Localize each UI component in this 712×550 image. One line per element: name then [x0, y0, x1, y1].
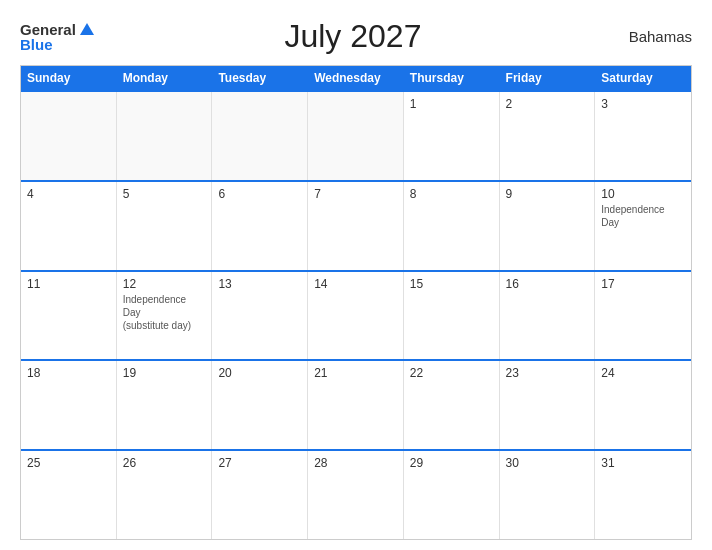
- cal-cell-jul19: 19: [117, 361, 213, 449]
- day-number: 9: [506, 187, 589, 201]
- logo: General Blue: [20, 22, 94, 52]
- week-4: 18 19 20 21 22 23 24: [21, 359, 691, 449]
- cal-cell-jul8: 8: [404, 182, 500, 270]
- logo-general-text: General: [20, 22, 76, 37]
- day-number: 17: [601, 277, 685, 291]
- week-2: 4 5 6 7 8 9 10 Indepen: [21, 180, 691, 270]
- cal-cell-jul21: 21: [308, 361, 404, 449]
- cal-cell-jul12: 12 Independence Day(substitute day): [117, 272, 213, 360]
- calendar: Sunday Monday Tuesday Wednesday Thursday…: [20, 65, 692, 540]
- day-number: 2: [506, 97, 589, 111]
- cal-cell-empty: [212, 92, 308, 180]
- cal-cell-jul17: 17: [595, 272, 691, 360]
- day-number: 15: [410, 277, 493, 291]
- day-number: 16: [506, 277, 589, 291]
- event-independence-day-sub: Independence Day(substitute day): [123, 293, 206, 332]
- cal-cell-jul30: 30: [500, 451, 596, 539]
- cal-cell-empty: [21, 92, 117, 180]
- day-number: 13: [218, 277, 301, 291]
- day-number: 27: [218, 456, 301, 470]
- cal-cell-jul13: 13: [212, 272, 308, 360]
- day-number: 10: [601, 187, 685, 201]
- day-number: 28: [314, 456, 397, 470]
- day-number: 20: [218, 366, 301, 380]
- cal-cell-jul10: 10 Independence Day: [595, 182, 691, 270]
- page: General Blue July 2027 Bahamas Sunday Mo…: [0, 0, 712, 550]
- cal-cell-jul15: 15: [404, 272, 500, 360]
- day-number: 1: [410, 97, 493, 111]
- header: General Blue July 2027 Bahamas: [20, 18, 692, 55]
- day-number: 30: [506, 456, 589, 470]
- cal-cell-jul6: 6: [212, 182, 308, 270]
- cal-cell-jul26: 26: [117, 451, 213, 539]
- cal-cell-jul4: 4: [21, 182, 117, 270]
- day-number: 25: [27, 456, 110, 470]
- cal-cell-jul24: 24: [595, 361, 691, 449]
- week-3: 11 12 Independence Day(substitute day) 1…: [21, 270, 691, 360]
- day-number: 26: [123, 456, 206, 470]
- day-number: 14: [314, 277, 397, 291]
- cal-cell-empty: [308, 92, 404, 180]
- day-number: 23: [506, 366, 589, 380]
- logo-blue-text: Blue: [20, 37, 53, 52]
- cal-cell-jul23: 23: [500, 361, 596, 449]
- cal-cell-jul16: 16: [500, 272, 596, 360]
- cal-cell-jul18: 18: [21, 361, 117, 449]
- week-1: 1 2 3: [21, 90, 691, 180]
- cal-cell-jul28: 28: [308, 451, 404, 539]
- cal-cell-jul3: 3: [595, 92, 691, 180]
- day-number: 6: [218, 187, 301, 201]
- day-number: 31: [601, 456, 685, 470]
- logo-triangle-icon: [80, 23, 94, 35]
- day-number: 5: [123, 187, 206, 201]
- country-label: Bahamas: [612, 28, 692, 45]
- day-number: 18: [27, 366, 110, 380]
- cal-cell-jul9: 9: [500, 182, 596, 270]
- cal-cell-jul29: 29: [404, 451, 500, 539]
- header-tuesday: Tuesday: [212, 66, 308, 90]
- cal-cell-jul11: 11: [21, 272, 117, 360]
- header-sunday: Sunday: [21, 66, 117, 90]
- day-number: 4: [27, 187, 110, 201]
- week-5: 25 26 27 28 29 30 31: [21, 449, 691, 539]
- header-saturday: Saturday: [595, 66, 691, 90]
- calendar-header-row: Sunday Monday Tuesday Wednesday Thursday…: [21, 66, 691, 90]
- cal-cell-jul25: 25: [21, 451, 117, 539]
- header-wednesday: Wednesday: [308, 66, 404, 90]
- day-number: 21: [314, 366, 397, 380]
- header-friday: Friday: [500, 66, 596, 90]
- event-independence-day: Independence Day: [601, 203, 685, 229]
- cal-cell-jul20: 20: [212, 361, 308, 449]
- day-number: 29: [410, 456, 493, 470]
- calendar-body: 1 2 3 4 5 6: [21, 90, 691, 539]
- cal-cell-jul5: 5: [117, 182, 213, 270]
- day-number: 11: [27, 277, 110, 291]
- day-number: 12: [123, 277, 206, 291]
- header-monday: Monday: [117, 66, 213, 90]
- cal-cell-empty: [117, 92, 213, 180]
- day-number: 24: [601, 366, 685, 380]
- day-number: 22: [410, 366, 493, 380]
- day-number: 7: [314, 187, 397, 201]
- day-number: 3: [601, 97, 685, 111]
- day-number: 8: [410, 187, 493, 201]
- cal-cell-jul22: 22: [404, 361, 500, 449]
- cal-cell-jul27: 27: [212, 451, 308, 539]
- calendar-title: July 2027: [94, 18, 612, 55]
- cal-cell-jul31: 31: [595, 451, 691, 539]
- header-thursday: Thursday: [404, 66, 500, 90]
- cal-cell-jul7: 7: [308, 182, 404, 270]
- cal-cell-jul1: 1: [404, 92, 500, 180]
- cal-cell-jul14: 14: [308, 272, 404, 360]
- cal-cell-jul2: 2: [500, 92, 596, 180]
- day-number: 19: [123, 366, 206, 380]
